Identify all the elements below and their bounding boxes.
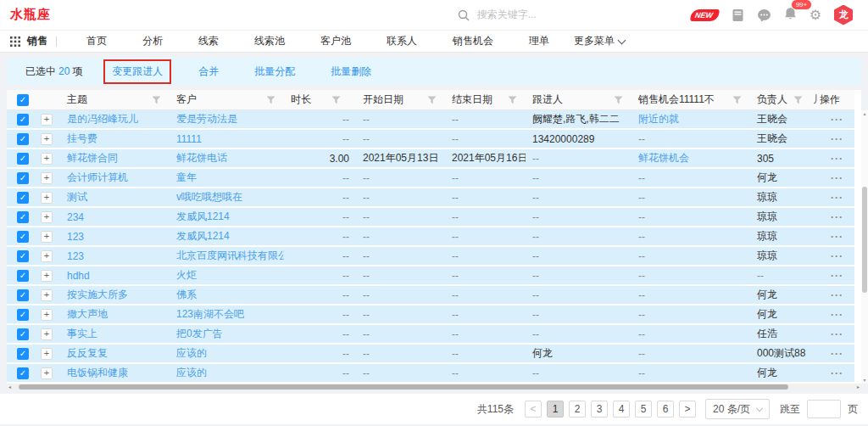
row-more-actions-button[interactable]: ··· — [831, 133, 843, 145]
row-expand-button[interactable]: + — [41, 328, 53, 340]
row-expand-button[interactable]: + — [41, 153, 53, 165]
app-logo[interactable]: 水瓶座 — [10, 7, 51, 23]
subject-link[interactable]: 是的冯绍峰玩儿 — [67, 113, 138, 125]
table-row[interactable]: ✓+会计师计算机童年----------何龙··· — [7, 169, 854, 188]
filter-icon[interactable] — [732, 96, 742, 104]
notebook-icon[interactable] — [732, 8, 744, 22]
row-expand-button[interactable]: + — [41, 250, 53, 262]
nav-app-name[interactable]: 销售 — [27, 34, 47, 48]
table-row[interactable]: ✓+鲜花饼合同鲜花饼电话3.002021年05月13日2021年05月16日--… — [7, 149, 854, 169]
row-more-actions-button[interactable]: ··· — [831, 192, 843, 204]
customer-link[interactable]: 北京百度网讯科技有限公司 — [176, 249, 284, 261]
vertical-scroll-thumb[interactable] — [862, 187, 867, 293]
row-expand-button[interactable]: + — [41, 348, 53, 360]
customer-link[interactable]: 鲜花饼电话 — [176, 152, 227, 164]
customer-link[interactable]: 把0发广告 — [176, 328, 223, 339]
bulk-action-button[interactable]: 批量分配 — [254, 64, 295, 79]
table-row[interactable]: ✓+反反复复应该的------何龙--000测试88··· — [7, 345, 854, 364]
nav-item[interactable]: 线索 — [181, 34, 236, 48]
row-expand-button[interactable]: + — [41, 133, 53, 145]
row-expand-button[interactable]: + — [41, 211, 53, 223]
page-button-2[interactable]: 2 — [569, 401, 586, 418]
customer-link[interactable]: 火炬 — [176, 269, 197, 281]
row-checkbox[interactable]: ✓ — [17, 211, 29, 223]
row-expand-button[interactable]: + — [41, 309, 53, 321]
user-avatar[interactable]: 龙 — [834, 5, 853, 25]
table-row[interactable]: ✓+hdhd火炬------------··· — [7, 266, 854, 286]
row-more-actions-button[interactable]: ··· — [831, 270, 843, 282]
nav-item[interactable]: 销售机会 — [435, 34, 511, 48]
customer-link[interactable]: 童年 — [176, 171, 197, 183]
table-row[interactable]: ✓+挂号费11111------13420000289--王晓会··· — [7, 130, 854, 149]
row-expand-button[interactable]: + — [41, 289, 53, 301]
nav-more-menu[interactable]: 更多菜单 — [567, 34, 632, 48]
page-button-4[interactable]: 4 — [613, 401, 630, 418]
row-checkbox[interactable]: ✓ — [17, 114, 29, 126]
subject-link[interactable]: 按实施大所多 — [67, 289, 128, 300]
app-grid-icon[interactable] — [10, 36, 20, 47]
subject-link[interactable]: 电饭锅和健康 — [67, 367, 128, 378]
row-more-actions-button[interactable]: ··· — [831, 211, 843, 223]
horizontal-scroll-thumb[interactable] — [19, 384, 788, 390]
row-expand-button[interactable]: + — [41, 192, 53, 204]
page-button-6[interactable]: 6 — [657, 401, 674, 418]
filter-icon[interactable] — [152, 96, 161, 104]
row-checkbox[interactable]: ✓ — [17, 153, 29, 165]
message-icon[interactable] — [757, 8, 771, 22]
row-expand-button[interactable]: + — [41, 114, 53, 126]
row-more-actions-button[interactable]: ··· — [831, 289, 843, 301]
subject-link[interactable]: 测试 — [67, 191, 87, 203]
page-button-1[interactable]: 1 — [547, 401, 564, 418]
subject-link[interactable]: 123 — [67, 250, 84, 262]
row-more-actions-button[interactable]: ··· — [831, 231, 843, 243]
prev-page-button[interactable]: < — [525, 401, 542, 418]
filter-icon[interactable] — [427, 96, 437, 104]
customer-link[interactable]: 发威风1214 — [176, 230, 230, 242]
row-expand-button[interactable]: + — [41, 367, 53, 379]
table-row[interactable]: ✓+123发威风1214----------琼琼··· — [7, 227, 854, 247]
subject-link[interactable]: 挂号费 — [67, 132, 97, 144]
opportunity-link[interactable]: 鲜花饼机会 — [638, 152, 689, 164]
filter-icon[interactable] — [331, 96, 341, 104]
page-size-select[interactable]: 20 条/页 — [705, 399, 770, 419]
nav-item[interactable]: 理单 — [511, 34, 567, 48]
row-more-actions-button[interactable]: ··· — [831, 250, 843, 262]
scroll-right-arrow[interactable]: ▸ — [857, 384, 860, 390]
row-checkbox[interactable]: ✓ — [17, 309, 29, 321]
filter-icon[interactable] — [793, 96, 803, 104]
subject-link[interactable]: hdhd — [67, 270, 90, 282]
nav-item[interactable]: 分析 — [125, 34, 181, 48]
table-row[interactable]: ✓+测试v哦吃哦想哦在----------琼琼··· — [7, 188, 854, 208]
next-page-button[interactable]: > — [679, 401, 696, 418]
row-checkbox[interactable]: ✓ — [17, 250, 29, 262]
customer-link[interactable]: v哦吃哦想哦在 — [176, 191, 242, 203]
select-all-checkbox[interactable]: ✓ — [17, 94, 29, 106]
table-row[interactable]: ✓+123北京百度网讯科技有限公司----------琼琼··· — [7, 247, 854, 266]
row-more-actions-button[interactable]: ··· — [831, 114, 843, 126]
page-button-5[interactable]: 5 — [635, 401, 652, 418]
table-row[interactable]: ✓+234发威风1214----------琼琼··· — [7, 208, 854, 227]
bulk-action-button[interactable]: 批量删除 — [331, 64, 371, 79]
row-checkbox[interactable]: ✓ — [17, 133, 29, 145]
customer-link[interactable]: 123南湖不会吧 — [176, 308, 244, 320]
customer-link[interactable]: 爱是劳动法是 — [176, 113, 237, 125]
nav-item[interactable]: 线索池 — [236, 34, 303, 48]
nav-item[interactable]: 首页 — [69, 34, 125, 48]
table-row[interactable]: ✓+是的冯绍峰玩儿爱是劳动法是------阙耀楚,路飞,韩二二附近的就王晓会··… — [7, 110, 854, 130]
subject-link[interactable]: 撒大声地 — [67, 308, 108, 320]
page-button-3[interactable]: 3 — [591, 401, 608, 418]
bulk-action-button[interactable]: 合并 — [198, 64, 219, 79]
jump-page-input[interactable] — [807, 400, 841, 418]
nav-item[interactable]: 联系人 — [369, 34, 435, 48]
row-checkbox[interactable]: ✓ — [17, 328, 29, 340]
subject-link[interactable]: 事实上 — [67, 328, 97, 339]
filter-icon[interactable] — [266, 96, 275, 104]
row-checkbox[interactable]: ✓ — [17, 367, 29, 379]
horizontal-scrollbar[interactable]: ◂ ▸ — [7, 384, 861, 390]
row-more-actions-button[interactable]: ··· — [831, 328, 843, 340]
subject-link[interactable]: 234 — [67, 211, 84, 223]
table-row[interactable]: ✓+电饭锅和健康应该的----------何龙··· — [7, 364, 854, 384]
subject-link[interactable]: 反反复复 — [67, 347, 108, 359]
row-expand-button[interactable]: + — [41, 270, 53, 282]
vertical-scrollbar[interactable]: ▴ ▾ — [861, 110, 868, 384]
